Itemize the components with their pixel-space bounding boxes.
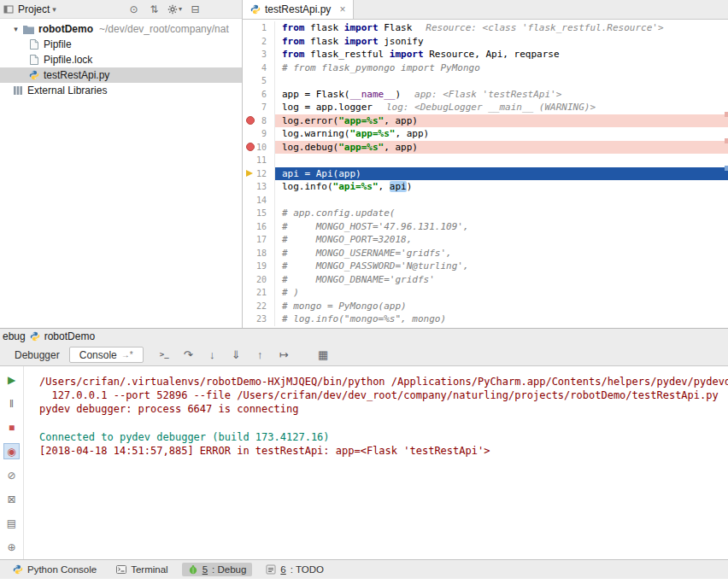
breakpoint-icon[interactable]	[246, 116, 255, 125]
settings-button[interactable]: ▾	[167, 2, 182, 16]
code-editor[interactable]: 1from flask import FlaskResource: <class…	[243, 20, 728, 328]
project-tree-item[interactable]: Pipfile.lock	[0, 52, 242, 67]
debug-console[interactable]: /Users/crifan/.virtualenvs/robotDemo-HXj…	[24, 366, 728, 560]
resume-button[interactable]: ▶	[3, 371, 20, 388]
error-stripe[interactable]	[725, 20, 728, 328]
code-keyword: from	[282, 22, 305, 33]
gutter-cell[interactable]: 9	[243, 127, 275, 141]
statusbar-item-python-console[interactable]: Python Console	[7, 563, 103, 576]
run-to-cursor-button[interactable]: ↦	[277, 347, 291, 362]
code-line[interactable]: 8log.error("app=%s", app)	[243, 114, 728, 128]
project-tree-item[interactable]: External Libraries	[0, 83, 242, 98]
step-into-my-code-button[interactable]: ⇓	[229, 347, 244, 362]
code-line[interactable]: 1from flask import FlaskResource: <class…	[243, 21, 728, 35]
gutter-cell[interactable]: 10	[243, 141, 275, 155]
code-line[interactable]: 5	[243, 74, 728, 88]
project-tree-item[interactable]: ▾robotDemo~/dev/dev_root/company/nat	[0, 21, 242, 37]
statusbar-item-debug[interactable]: 5: Debug	[182, 563, 253, 576]
code-line[interactable]: 11	[243, 154, 728, 167]
stripe-mark-execution[interactable]	[725, 166, 728, 171]
code-text	[275, 74, 728, 88]
gutter-cell[interactable]: 8	[243, 114, 275, 128]
code-line[interactable]: 4# from flask_pymongo import PyMongo	[243, 61, 728, 75]
gutter-cell[interactable]: 21	[243, 286, 275, 300]
close-icon[interactable]: ×	[339, 3, 345, 15]
code-line[interactable]: 17# MONGO_PORT=32018,	[243, 233, 728, 247]
gutter-cell[interactable]: 1	[243, 21, 275, 35]
gutter-cell[interactable]: 12	[243, 167, 275, 181]
inline-debug-value: app: <Flask 'testRestApi'>	[414, 89, 561, 100]
code-line[interactable]: 10log.debug("app=%s", app)	[243, 141, 728, 155]
gutter-cell[interactable]: 4	[243, 61, 275, 75]
gutter-cell[interactable]: 23	[243, 312, 275, 326]
gutter-cell[interactable]: 11	[243, 154, 275, 167]
code-line[interactable]: 7log = app.loggerlog: <DebugLogger __mai…	[243, 101, 728, 114]
gutter-cell[interactable]: 14	[243, 194, 275, 207]
debug-tab-bar: DebuggerConsole→*>_↷↓⇓↑↦▦	[0, 344, 728, 366]
project-tree-item[interactable]: testRestApi.py	[0, 67, 242, 83]
step-over-button[interactable]: ↷	[181, 347, 196, 362]
stripe-mark-breakpoint[interactable]	[725, 138, 728, 143]
gutter-cell[interactable]: 22	[243, 300, 275, 313]
gutter-cell[interactable]: 7	[243, 101, 275, 114]
project-panel-title[interactable]: Project	[18, 3, 50, 15]
statusbar-item-terminal[interactable]: Terminal	[110, 563, 173, 576]
editor-tab-bar: testRestApi.py ×	[243, 0, 728, 20]
gutter-cell[interactable]: 16	[243, 220, 275, 234]
debug-tab-console[interactable]: Console→*	[69, 347, 144, 363]
mute-breakpoints-button[interactable]: ⊘	[3, 467, 20, 483]
pause-button[interactable]: ‖	[3, 395, 20, 412]
breakpoint-icon[interactable]	[246, 143, 255, 151]
gutter-cell[interactable]: 13	[243, 180, 275, 194]
code-line[interactable]: 14	[243, 194, 728, 207]
layout-grid-button[interactable]: ▦	[316, 347, 331, 362]
code-line[interactable]: 15# app.config.update(	[243, 207, 728, 220]
show-python-prompt-button[interactable]: >_	[157, 347, 172, 362]
code-line[interactable]: 13log.info("api=%s", api)	[243, 180, 728, 194]
gutter-cell[interactable]: 6	[243, 88, 275, 102]
gutter-cell[interactable]: 15	[243, 207, 275, 220]
code-line[interactable]: 18# MONGO_USERNAME='gridfs',	[243, 247, 728, 260]
gutter-cell[interactable]: 5	[243, 74, 275, 88]
debug-tab-debugger[interactable]: Debugger	[5, 347, 69, 363]
step-out-button[interactable]: ↑	[253, 347, 267, 362]
step-into-button[interactable]: ↓	[205, 347, 220, 362]
code-line[interactable]: 12api = Api(app)	[243, 167, 728, 181]
code-line[interactable]: 19# MONGO_PASSWORD='N@turling',	[243, 260, 728, 273]
stop-button[interactable]: ■	[3, 419, 20, 435]
gutter-cell[interactable]: 20	[243, 273, 275, 287]
code-line[interactable]: 2from flask import jsonify	[243, 35, 728, 49]
code-line[interactable]: 22# mongo = PyMongo(app)	[243, 300, 728, 313]
restore-layout-icon: ▤	[7, 518, 16, 529]
expand-collapse-button[interactable]: ⇅	[147, 2, 161, 16]
restore-layout-button[interactable]: ▤	[3, 515, 20, 531]
project-tree-item[interactable]: Pipfile	[0, 37, 242, 52]
code-line[interactable]: 21# )	[243, 286, 728, 300]
line-number: 18	[256, 248, 267, 258]
chevron-down-icon[interactable]: ▾	[52, 5, 56, 14]
gutter-cell[interactable]: 3	[243, 48, 275, 61]
scroll-from-source-button[interactable]: ⊙	[126, 2, 141, 16]
code-line[interactable]: 23# log.info("mongo=%s", mongo)	[243, 312, 728, 326]
pin-button[interactable]: ⊕	[3, 539, 20, 555]
console-line: /Users/crifan/.virtualenvs/robotDemo-HXj…	[39, 375, 728, 388]
gutter-cell[interactable]: 19	[243, 260, 275, 273]
code-line[interactable]: 16# MONGO_HOST='47.96.131.109',	[243, 220, 728, 234]
code-line[interactable]: 6app = Flask(__name__)app: <Flask 'testR…	[243, 88, 728, 102]
line-number: 22	[256, 301, 267, 311]
code-line[interactable]: 9log.warning("app=%s", app)	[243, 127, 728, 141]
step-into-icon: ↓	[209, 349, 215, 360]
code-line[interactable]: 20# MONGO_DBNAME='gridfs'	[243, 273, 728, 287]
gutter-cell[interactable]: 2	[243, 35, 275, 49]
mute-breakpoints-icon: ⊘	[7, 470, 15, 481]
expand-arrow-icon[interactable]: ▾	[10, 25, 21, 33]
gutter-cell[interactable]: 17	[243, 233, 275, 247]
gutter-cell[interactable]: 18	[243, 247, 275, 260]
hide-button[interactable]: ⊟	[188, 2, 203, 16]
statusbar-item-todo[interactable]: 6: TODO	[260, 563, 330, 576]
view-breakpoints-button[interactable]: ◉	[3, 443, 20, 459]
stripe-mark-breakpoint[interactable]	[725, 112, 728, 117]
code-line[interactable]: 3from flask_restful import Resource, Api…	[243, 48, 728, 61]
editor-tab[interactable]: testRestApi.py ×	[243, 0, 354, 19]
clear-button[interactable]: ⊠	[3, 491, 20, 507]
